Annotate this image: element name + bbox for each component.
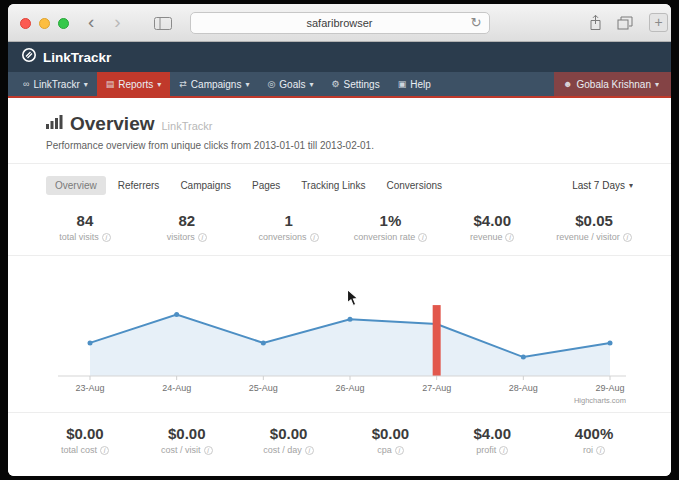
traffic-chart-svg[interactable]: 23-Aug24-Aug25-Aug26-Aug27-Aug28-Aug29-A… — [40, 264, 640, 412]
stat-revenue: $4.00 revenuei — [441, 212, 543, 242]
info-icon[interactable]: i — [310, 233, 319, 242]
tab-pages[interactable]: Pages — [243, 176, 289, 195]
nav-item-reports[interactable]: ▤ Reports ▾ — [97, 72, 171, 96]
settings-icon: ⚙ — [331, 79, 339, 89]
stat-conversions: 1 conversionsi — [238, 212, 340, 242]
stat-visitors: 82 visitorsi — [136, 212, 238, 242]
nav-item-help[interactable]: ▣ Help — [389, 72, 440, 96]
info-icon[interactable]: i — [100, 446, 109, 455]
stat-value: 84 — [34, 212, 136, 229]
nav-item-goals[interactable]: ◎ Goals ▾ — [258, 72, 322, 96]
stats-row-bottom: $0.00 total costi $0.00 cost / visiti $0… — [8, 413, 671, 467]
sidebar-toggle-icon[interactable] — [154, 16, 172, 34]
svg-text:27-Aug: 27-Aug — [422, 383, 451, 393]
nav-label: Campaigns — [191, 79, 242, 90]
svg-text:23-Aug: 23-Aug — [75, 383, 104, 393]
tab-tracking-links[interactable]: Tracking Links — [292, 176, 374, 195]
link-icon: ∞ — [23, 79, 29, 89]
date-range-label: Last 7 Days — [572, 180, 625, 191]
forward-icon[interactable]: › — [114, 8, 120, 36]
tab-referrers[interactable]: Referrers — [109, 176, 169, 195]
caret-down-icon: ▾ — [157, 80, 161, 89]
info-icon[interactable]: i — [204, 446, 213, 455]
user-name: Gobala Krishnan — [576, 79, 651, 90]
minimize-window-button[interactable] — [39, 18, 50, 29]
refresh-icon[interactable]: ↻ — [471, 15, 482, 30]
stat-value: $0.00 — [238, 425, 340, 442]
browser-nav-buttons: ‹ › — [88, 8, 121, 36]
stat-label: roi — [583, 445, 593, 455]
stat-label: cost / day — [263, 445, 302, 455]
tab-overview[interactable]: Overview — [46, 176, 106, 195]
nav-item-linktrackr[interactable]: ∞ LinkTrackr ▾ — [14, 72, 97, 96]
help-icon: ▣ — [398, 79, 407, 89]
stat-value: 1% — [339, 212, 441, 229]
stat-label: total visits — [59, 232, 99, 242]
svg-text:29-Aug: 29-Aug — [595, 383, 624, 393]
stat-total-cost: $0.00 total costi — [34, 425, 136, 455]
caret-down-icon: ▾ — [655, 80, 659, 89]
svg-text:26-Aug: 26-Aug — [335, 383, 364, 393]
stat-label: revenue / visitor — [556, 232, 620, 242]
page-subtitle: LinkTrackr — [162, 120, 213, 132]
stat-profit: $4.00 profiti — [441, 425, 543, 455]
address-bar[interactable]: safaribrowser ↻ — [190, 12, 490, 34]
campaigns-icon: ⇄ — [179, 79, 187, 89]
stat-value: 82 — [136, 212, 238, 229]
main-nav: ∞ LinkTrackr ▾ ▤ Reports ▾ ⇄ Campaigns ▾… — [8, 72, 671, 96]
zoom-window-button[interactable] — [58, 18, 69, 29]
linktrackr-logo-icon[interactable] — [21, 47, 37, 67]
stat-conversion-rate: 1% conversion ratei — [339, 212, 441, 242]
info-icon[interactable]: i — [418, 233, 427, 242]
stat-label: profit — [476, 445, 496, 455]
tabs-overview-icon[interactable] — [617, 16, 633, 34]
page-title: Overview — [70, 113, 155, 135]
stat-value: 1 — [238, 212, 340, 229]
browser-window: ‹ › safaribrowser ↻ + LinkTrackr ∞ — [8, 4, 671, 476]
nav-label: Settings — [344, 79, 380, 90]
stat-cost-per-visit: $0.00 cost / visiti — [136, 425, 238, 455]
share-icon[interactable] — [588, 14, 603, 35]
stat-value: $4.00 — [441, 425, 543, 442]
tab-campaigns[interactable]: Campaigns — [171, 176, 240, 195]
page-header: Overview LinkTrackr Performance overview… — [8, 98, 671, 164]
tab-conversions[interactable]: Conversions — [377, 176, 451, 195]
page-description: Performance overview from unique clicks … — [46, 140, 633, 151]
stat-label: conversions — [259, 232, 307, 242]
info-icon[interactable]: i — [623, 233, 632, 242]
caret-down-icon: ▾ — [84, 80, 88, 89]
caret-down-icon: ▾ — [629, 181, 633, 190]
caret-down-icon: ▾ — [245, 80, 249, 89]
date-range-selector[interactable]: Last 7 Days ▾ — [572, 180, 633, 191]
overview-chart-icon — [46, 115, 63, 133]
stat-label: cpa — [377, 445, 392, 455]
stat-cost-per-day: $0.00 cost / dayi — [238, 425, 340, 455]
chart-section: 23-Aug24-Aug25-Aug26-Aug27-Aug28-Aug29-A… — [8, 255, 671, 413]
info-icon[interactable]: i — [505, 233, 514, 242]
nav-label: LinkTrackr — [33, 79, 79, 90]
info-icon[interactable]: i — [198, 233, 207, 242]
close-window-button[interactable] — [20, 18, 31, 29]
nav-label: Reports — [118, 79, 153, 90]
stat-revenue-per-visitor: $0.05 revenue / visitori — [543, 212, 645, 242]
info-icon[interactable]: i — [305, 446, 314, 455]
back-icon[interactable]: ‹ — [88, 8, 94, 36]
svg-text:Highcharts.com: Highcharts.com — [573, 396, 625, 405]
traffic-lights — [20, 18, 69, 29]
goals-icon: ◎ — [267, 79, 275, 89]
report-tabs: Overview Referrers Campaigns Pages Track… — [8, 164, 671, 204]
info-icon[interactable]: i — [499, 446, 508, 455]
brand-name[interactable]: LinkTrackr — [43, 50, 111, 65]
info-icon[interactable]: i — [102, 233, 111, 242]
info-icon[interactable]: i — [395, 446, 404, 455]
new-tab-button[interactable]: + — [649, 13, 668, 32]
screenshot-root: { "browser": { "url_text": "safaribrowse… — [0, 0, 679, 480]
nav-item-settings[interactable]: ⚙ Settings — [322, 72, 388, 96]
nav-label: Goals — [279, 79, 305, 90]
user-menu[interactable]: ☻ Gobala Krishnan ▾ — [554, 72, 671, 96]
nav-item-campaigns[interactable]: ⇄ Campaigns ▾ — [170, 72, 258, 96]
stat-label: visitors — [167, 232, 195, 242]
stat-value: $0.00 — [34, 425, 136, 442]
info-icon[interactable]: i — [596, 446, 605, 455]
stat-value: $0.00 — [136, 425, 238, 442]
